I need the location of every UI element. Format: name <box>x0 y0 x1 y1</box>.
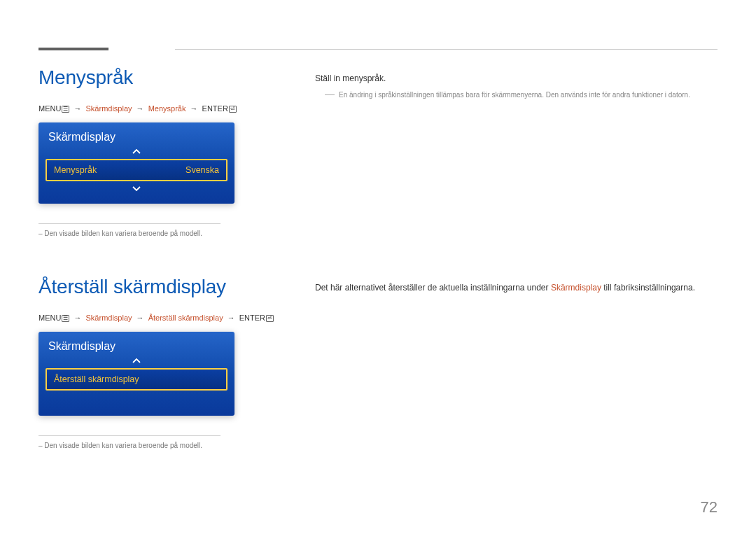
osd-title-1: Skärmdisplay <box>38 128 234 146</box>
text-hl: Skärmdisplay <box>551 283 601 293</box>
heading-menysprak: Menyspråk <box>38 66 276 89</box>
osd-title-2: Skärmdisplay <box>38 337 234 356</box>
divider <box>38 435 220 436</box>
heading-aterstall: Återställ skärmdisplay <box>38 276 276 298</box>
dash-icon <box>325 94 335 95</box>
section-menysprak: Menyspråk MENU☰ → Skärmdisplay → Menyspr… <box>38 66 718 237</box>
chevron-down-icon[interactable] <box>38 184 234 194</box>
enter-icon: ⏎ <box>229 106 237 113</box>
divider <box>38 223 220 224</box>
osd-panel-2: Skärmdisplay Återställ skärmdisplay <box>38 332 234 416</box>
chevron-up-icon[interactable] <box>38 146 234 156</box>
menu-icon: ☰ <box>62 106 69 113</box>
intro-text-1: Ställ in menyspråk. <box>315 72 718 85</box>
text-after: till fabriksinställningarna. <box>601 283 695 293</box>
text-before: Det här alternativet återställer de aktu… <box>315 283 551 293</box>
osd-row-menysprak[interactable]: Menyspråk Svenska <box>46 159 227 181</box>
path-menu: MENU <box>38 104 61 113</box>
path-enter: ENTER <box>202 104 228 113</box>
osd-row-label-2: Återställ skärmdisplay <box>54 374 139 384</box>
note-1: En ändring i språkinställningen tillämpa… <box>325 90 717 100</box>
path-aterstall: Återställ skärmdisplay <box>148 314 223 322</box>
enter-icon: ⏎ <box>266 315 274 322</box>
breadcrumb-path-2: MENU☰ → Skärmdisplay → Återställ skärmdi… <box>38 314 276 322</box>
osd-row-value: Svenska <box>186 165 219 175</box>
osd-row-aterstall[interactable]: Återställ skärmdisplay <box>46 368 227 391</box>
path-menu-2: MENU <box>38 314 61 322</box>
chevron-up-icon[interactable] <box>38 356 234 365</box>
path-skarmdisplay-2: Skärmdisplay <box>86 314 132 322</box>
footnote-1: – Den visade bilden kan variera beroende… <box>38 230 276 237</box>
path-menysprak: Menyspråk <box>148 104 186 113</box>
menu-icon: ☰ <box>62 315 69 322</box>
intro-text-2: Det här alternativet återställer de aktu… <box>315 281 718 295</box>
section-aterstall: Återställ skärmdisplay MENU☰ → Skärmdisp… <box>38 276 718 449</box>
note-text-1: En ändring i språkinställningen tillämpa… <box>339 90 690 100</box>
breadcrumb-path-1: MENU☰ → Skärmdisplay → Menyspråk → ENTER… <box>38 104 276 113</box>
osd-panel-1: Skärmdisplay Menyspråk Svenska <box>38 122 234 204</box>
path-enter-2: ENTER <box>239 314 265 322</box>
path-skarmdisplay: Skärmdisplay <box>86 104 132 113</box>
osd-row-label: Menyspråk <box>54 165 97 175</box>
footnote-2: – Den visade bilden kan variera beroende… <box>38 442 276 449</box>
page-number: 72 <box>701 498 718 517</box>
